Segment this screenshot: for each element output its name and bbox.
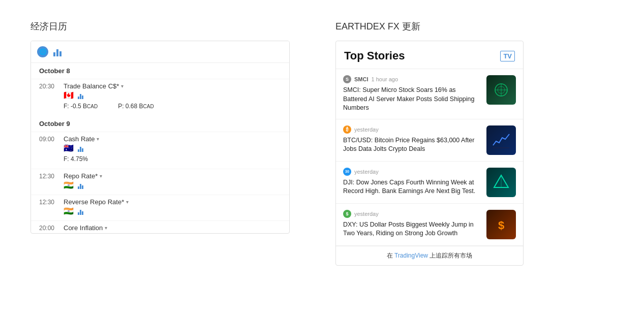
headline-btc: BTC/USD: Bitcoin Price Regains $63,000 A…: [343, 136, 481, 154]
previous-trade-balance: P: 0.68 BCAD: [118, 103, 154, 110]
source-time-smci: 1 hour ago: [372, 76, 398, 82]
values-trade-balance: F: -0.5 BCAD P: 0.68 BCAD: [64, 102, 281, 113]
globe-icon[interactable]: 🌐: [37, 46, 48, 57]
tv-logo: TV: [500, 51, 515, 61]
event-cash-rate: 09:00 Cash Rate ▾ 🇦🇺 F: 4.75%: [31, 132, 289, 169]
source-dot-smci: S: [343, 75, 351, 83]
forecast-cash-rate: F: 4.75%: [64, 155, 88, 163]
thumb-smci: [486, 75, 516, 105]
time-repo-rate: 12:30: [39, 173, 59, 180]
chevron-reverse-repo: ▾: [126, 199, 129, 205]
headline-dji: DJI: Dow Jones Caps Fourth Winning Week …: [343, 178, 481, 196]
calendar-widget: 🌐 October 8 20:30 Trade Balance C$* ▾: [30, 41, 290, 234]
name-reverse-repo[interactable]: Reverse Repo Rate* ▾: [64, 198, 129, 206]
values-cash-rate: F: 4.75%: [64, 154, 281, 166]
meta-cash-rate: 🇦🇺: [64, 144, 281, 152]
signal-trade-balance: [78, 92, 83, 99]
news-source-dji: 30 yesterday: [343, 168, 481, 176]
news-content-dxy: $ yesterday DXY: US Dollar Posts Biggest…: [343, 210, 481, 238]
time-cash-rate: 09:00: [39, 136, 59, 143]
date-oct8: October 8: [31, 63, 289, 79]
name-trade-balance[interactable]: Trade Balance C$* ▾: [64, 82, 124, 90]
news-content-btc: ₿ yesterday BTC/USD: Bitcoin Price Regai…: [343, 125, 481, 154]
source-label-smci: SMCI: [354, 76, 369, 82]
source-time-btc: yesterday: [354, 126, 379, 133]
source-dot-dji: 30: [343, 168, 351, 176]
signal-cash-rate: [78, 145, 83, 152]
left-panel: 经济日历 🌐 October 8 20:30 Trade Bala: [30, 20, 295, 266]
source-dot-dxy: $: [343, 210, 351, 218]
time-reverse-repo: 12:30: [39, 199, 59, 206]
headline-smci: SMCI: Super Micro Stock Soars 16% as Bat…: [343, 86, 481, 113]
meta-core-inflation: 🇨🇦: [64, 233, 281, 234]
flag-reverse-repo: 🇮🇳: [64, 207, 74, 215]
calendar-scroll[interactable]: October 8 20:30 Trade Balance C$* ▾ 🇨🇦: [31, 63, 289, 234]
signal-repo-rate: [78, 182, 83, 189]
tradingview-link[interactable]: TradingView: [394, 252, 428, 259]
meta-reverse-repo: 🇮🇳: [64, 207, 281, 215]
event-core-inflation: 20:00 Core Inflation ▾ 🇨🇦 F: 0.32% P:: [31, 220, 289, 234]
news-item-smci[interactable]: S SMCI 1 hour ago SMCI: Super Micro Stoc…: [336, 69, 523, 119]
time-trade-balance: 20:30: [39, 83, 59, 90]
news-list[interactable]: S SMCI 1 hour ago SMCI: Super Micro Stoc…: [336, 69, 523, 246]
headline-dxy: DXY: US Dollar Posts Biggest Weekly Jump…: [343, 220, 481, 238]
left-section-title: 经济日历: [30, 20, 295, 33]
calendar-header: 🌐: [31, 41, 289, 63]
name-repo-rate[interactable]: Repo Rate* ▾: [64, 172, 102, 180]
source-time-dji: yesterday: [354, 169, 379, 175]
event-reverse-repo-rate: 12:30 Reverse Repo Rate* ▾ 🇮🇳: [31, 195, 289, 220]
thumb-btc: [486, 125, 516, 155]
source-dot-btc: ₿: [343, 125, 351, 134]
chevron-core-inflation: ▾: [105, 225, 107, 231]
time-core-inflation: 20:00: [39, 225, 59, 232]
event-repo-rate: 12:30 Repo Rate* ▾ 🇮🇳: [31, 169, 289, 195]
flag-cash-rate: 🇦🇺: [64, 144, 74, 152]
signal-reverse-repo: [78, 208, 83, 215]
flag-repo-rate: 🇮🇳: [64, 181, 74, 189]
news-content-smci: S SMCI 1 hour ago SMCI: Super Micro Stoc…: [343, 75, 481, 113]
date-oct9: October 9: [31, 116, 289, 132]
flag-trade-balance: 🇨🇦: [64, 91, 74, 100]
news-item-dxy[interactable]: $ yesterday DXY: US Dollar Posts Biggest…: [336, 204, 523, 246]
right-panel: EARTHDEX FX 更新 Top Stories TV S SMCI 1 h…: [335, 20, 614, 266]
name-core-inflation[interactable]: Core Inflation ▾: [64, 224, 107, 232]
svg-text:$: $: [498, 219, 504, 232]
news-item-dji[interactable]: 30 yesterday DJI: Dow Jones Caps Fourth …: [336, 162, 523, 204]
news-content-dji: 30 yesterday DJI: Dow Jones Caps Fourth …: [343, 168, 481, 196]
news-item-btc[interactable]: ₿ yesterday BTC/USD: Bitcoin Price Regai…: [336, 119, 523, 162]
main-layout: 经济日历 🌐 October 8 20:30 Trade Bala: [30, 20, 614, 266]
meta-trade-balance: 🇨🇦: [64, 91, 281, 100]
thumb-dxy: $: [486, 210, 516, 239]
chevron-cash-rate: ▾: [97, 136, 99, 142]
news-widget: Top Stories TV S SMCI 1 hour ago SMCI: S…: [335, 41, 524, 266]
bar-chart-icon[interactable]: [53, 47, 62, 56]
event-trade-balance: 20:30 Trade Balance C$* ▾ 🇨🇦 F: -0.5 BCA…: [31, 79, 289, 116]
meta-repo-rate: 🇮🇳: [64, 181, 281, 189]
chevron-trade-balance: ▾: [121, 83, 124, 89]
news-widget-title: Top Stories: [344, 49, 405, 62]
name-cash-rate[interactable]: Cash Rate ▾: [64, 135, 99, 143]
forecast-trade-balance: F: -0.5 BCAD: [64, 103, 98, 110]
right-section-title: EARTHDEX FX 更新: [335, 20, 614, 33]
news-source-btc: ₿ yesterday: [343, 125, 481, 134]
source-time-dxy: yesterday: [354, 211, 379, 217]
flag-core-inflation: 🇨🇦: [64, 233, 74, 234]
news-source-smci: S SMCI 1 hour ago: [343, 75, 481, 83]
chevron-repo-rate: ▾: [100, 173, 102, 179]
thumb-dji: [486, 168, 516, 197]
news-header: Top Stories TV: [336, 41, 523, 69]
news-footer: 在 TradingView 上追踪所有市场: [336, 246, 523, 265]
news-source-dxy: $ yesterday: [343, 210, 481, 218]
